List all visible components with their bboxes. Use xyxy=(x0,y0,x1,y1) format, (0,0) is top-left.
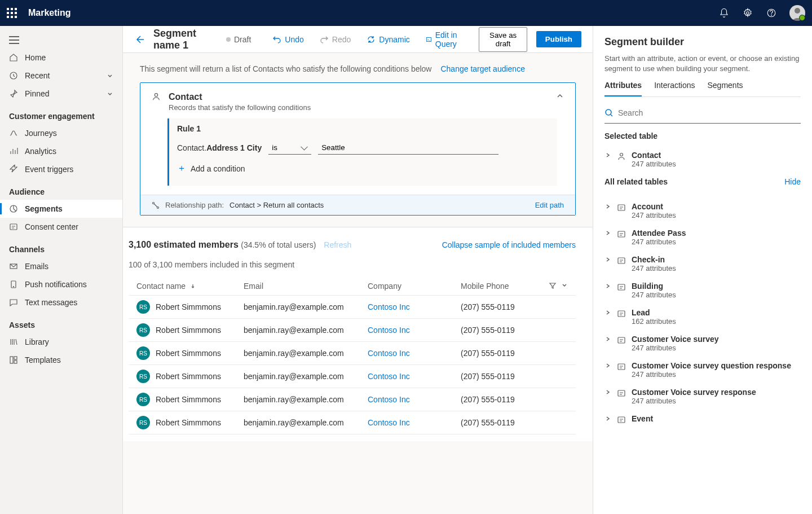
cell-company[interactable]: Contoso Inc xyxy=(368,349,461,358)
workspace-scroll[interactable]: This segment will return a list of Conta… xyxy=(123,53,593,514)
collapse-rule-icon[interactable] xyxy=(556,92,564,100)
tab-interactions[interactable]: Interactions xyxy=(654,81,695,96)
add-condition-button[interactable]: ＋Add a condition xyxy=(177,159,549,178)
user-avatar[interactable] xyxy=(789,5,805,21)
menu-toggle-icon[interactable] xyxy=(0,32,122,49)
tab-segments[interactable]: Segments xyxy=(708,81,743,96)
sidebar-label: Analytics xyxy=(25,147,56,156)
related-table-item[interactable]: Building247 attributes xyxy=(604,277,801,304)
sidebar-label: Pinned xyxy=(25,89,50,98)
members-table-header: Contact name Email Company Mobile Phone xyxy=(129,277,576,296)
rule-entity-subtitle: Records that satisfy the following condi… xyxy=(169,103,548,112)
table-row[interactable]: RS Robert Simmmons benjamin.ray@example.… xyxy=(129,319,576,342)
edit-path-link[interactable]: Edit path xyxy=(535,201,564,209)
undo-button[interactable]: Undo xyxy=(269,33,307,46)
svg-rect-20 xyxy=(618,258,625,263)
collapse-sample-link[interactable]: Collapse sample of included members xyxy=(442,240,576,249)
redo-button[interactable]: Redo xyxy=(316,33,354,46)
sidebar-label: Consent center xyxy=(25,222,78,231)
related-table-item[interactable]: Customer Voice survey247 attributes xyxy=(604,330,801,357)
avatar: RS xyxy=(136,300,150,314)
save-draft-button[interactable]: Save as draft xyxy=(479,27,527,52)
sidebar-item-journeys[interactable]: Journeys xyxy=(0,124,122,142)
avatar: RS xyxy=(136,346,150,360)
refresh-link[interactable]: Refresh xyxy=(324,240,351,249)
cell-company[interactable]: Contoso Inc xyxy=(368,372,461,381)
sidebar-item-analytics[interactable]: Analytics xyxy=(0,142,122,160)
clock-icon xyxy=(9,71,18,80)
sidebar-item-recent[interactable]: Recent xyxy=(0,67,122,85)
cell-name: Robert Simmmons xyxy=(156,372,244,381)
table-icon xyxy=(617,362,626,371)
col-company[interactable]: Company xyxy=(368,282,461,291)
cell-company[interactable]: Contoso Inc xyxy=(368,302,461,311)
chevron-down-icon[interactable] xyxy=(561,282,568,291)
related-table-item[interactable]: Event xyxy=(604,410,801,429)
svg-rect-11 xyxy=(14,361,17,363)
publish-button[interactable]: Publish xyxy=(536,31,581,47)
table-row[interactable]: RS Robert Simmmons benjamin.ray@example.… xyxy=(129,411,576,434)
table-icon xyxy=(617,203,626,212)
condition-value-input[interactable] xyxy=(318,141,498,155)
sidebar-item-triggers[interactable]: Event triggers xyxy=(0,160,122,178)
table-row[interactable]: RS Robert Simmmons benjamin.ray@example.… xyxy=(129,365,576,388)
status-dot-icon xyxy=(226,37,231,42)
search-icon xyxy=(604,108,614,117)
related-table-item[interactable]: Check-in247 attributes xyxy=(604,251,801,277)
edit-query-button[interactable]: Edit in Query xyxy=(422,28,470,51)
attr-name: Building xyxy=(632,282,676,291)
svg-rect-25 xyxy=(618,390,625,396)
push-icon xyxy=(9,280,18,289)
cell-email: benjamin.ray@example.com xyxy=(244,326,368,335)
segment-description: This segment will return a list of Conta… xyxy=(140,64,431,73)
search-input[interactable] xyxy=(618,108,801,117)
help-icon[interactable] xyxy=(766,7,777,19)
cell-name: Robert Simmmons xyxy=(156,302,244,311)
col-phone[interactable]: Mobile Phone xyxy=(461,282,549,291)
chevron-right-icon xyxy=(604,336,611,342)
sidebar-item-sms[interactable]: Text messages xyxy=(0,293,122,311)
sidebar-item-segments[interactable]: Segments xyxy=(0,200,122,218)
table-row[interactable]: RS Robert Simmmons benjamin.ray@example.… xyxy=(129,342,576,365)
sidebar-item-library[interactable]: Library xyxy=(0,333,122,351)
segment-builder-panel: Segment builder Start with an attribute,… xyxy=(593,26,812,514)
attr-count: 247 attributes xyxy=(632,291,676,299)
sidebar-section-assets: Assets xyxy=(0,311,122,333)
app-title: Marketing xyxy=(28,8,718,18)
cell-company[interactable]: Contoso Inc xyxy=(368,395,461,404)
tab-attributes[interactable]: Attributes xyxy=(604,81,642,96)
notifications-icon[interactable] xyxy=(718,7,730,19)
related-tables-list[interactable]: Account247 attributes Attendee Pass247 a… xyxy=(593,197,812,514)
table-row[interactable]: RS Robert Simmmons benjamin.ray@example.… xyxy=(129,296,576,319)
related-table-item[interactable]: Lead162 attributes xyxy=(604,304,801,330)
sidebar-item-consent[interactable]: Consent center xyxy=(0,218,122,236)
related-table-item[interactable]: Attendee Pass247 attributes xyxy=(604,224,801,251)
filter-icon[interactable] xyxy=(549,282,557,291)
search-input-wrap[interactable] xyxy=(604,103,801,124)
selected-table-contact[interactable]: Contact247 attributes xyxy=(604,146,801,173)
cell-company[interactable]: Contoso Inc xyxy=(368,418,461,427)
gear-icon[interactable] xyxy=(742,7,753,19)
sidebar-label: Home xyxy=(25,53,46,62)
status-label: Draft xyxy=(234,35,251,44)
related-tables-label: All related tablesHide xyxy=(604,177,801,186)
back-button[interactable] xyxy=(134,34,144,45)
sidebar-item-pinned[interactable]: Pinned xyxy=(0,85,122,103)
col-email[interactable]: Email xyxy=(244,282,368,291)
sidebar-item-push[interactable]: Push notifications xyxy=(0,275,122,293)
hide-link[interactable]: Hide xyxy=(784,177,801,186)
change-audience-link[interactable]: Change target audience xyxy=(440,64,524,73)
dynamic-button[interactable]: Dynamic xyxy=(363,33,413,46)
sidebar-item-templates[interactable]: Templates xyxy=(0,351,122,369)
cell-name: Robert Simmmons xyxy=(156,326,244,335)
related-table-item[interactable]: Account247 attributes xyxy=(604,197,801,224)
table-row[interactable]: RS Robert Simmmons benjamin.ray@example.… xyxy=(129,388,576,411)
related-table-item[interactable]: Customer Voice survey question response2… xyxy=(604,357,801,383)
sidebar-item-emails[interactable]: Emails xyxy=(0,257,122,275)
condition-operator-select[interactable]: is xyxy=(268,141,311,155)
cell-company[interactable]: Contoso Inc xyxy=(368,326,461,335)
app-launcher-icon[interactable] xyxy=(7,8,17,18)
col-contact-name[interactable]: Contact name xyxy=(136,282,244,291)
sidebar-item-home[interactable]: Home xyxy=(0,49,122,67)
related-table-item[interactable]: Customer Voice survey response247 attrib… xyxy=(604,383,801,410)
